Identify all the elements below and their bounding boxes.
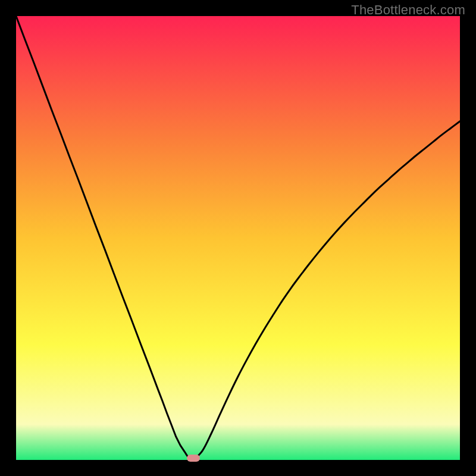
chart-svg [16, 16, 460, 460]
watermark-text: TheBottleneck.com [351, 2, 465, 18]
gradient-background [16, 16, 460, 460]
minimum-marker [187, 455, 200, 462]
chart-frame: TheBottleneck.com [0, 0, 476, 476]
plot-area [16, 16, 460, 460]
